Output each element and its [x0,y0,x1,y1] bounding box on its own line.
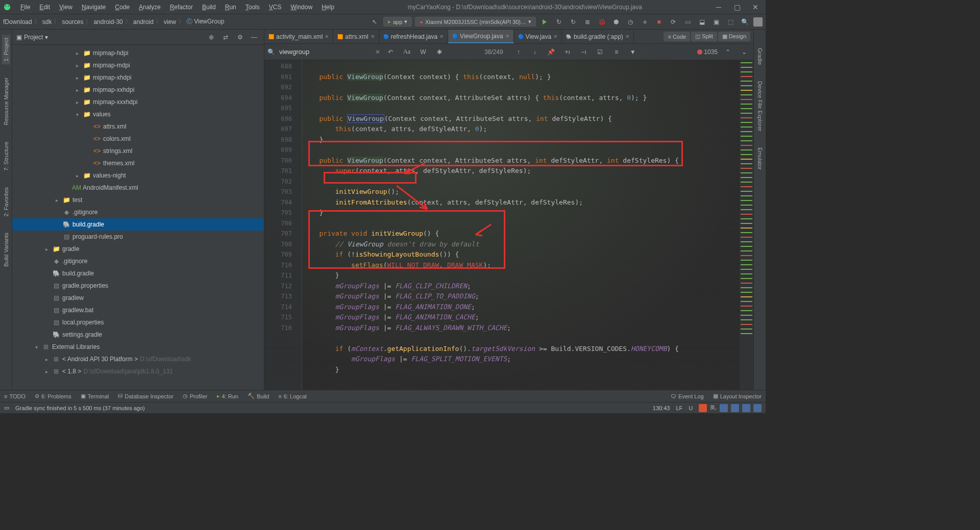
close-tab-icon[interactable]: ✕ [505,33,509,39]
scroll-markers[interactable] [739,60,753,390]
stop-button[interactable]: ■ [653,16,665,28]
problems-tab[interactable]: ⊘ 6: Problems [35,393,71,399]
code-view-button[interactable]: ≡ Code [664,32,690,41]
close-tab-icon[interactable]: ✕ [439,34,444,39]
tree-item[interactable]: 🐘settings.gradle [12,329,264,341]
pin-icon[interactable]: 📌 [545,46,557,58]
right-tab-0[interactable]: Gradle [756,45,764,68]
rerun2-button[interactable]: ↻ [568,16,579,28]
device-dropdown[interactable]: ●Xiaomi M2003J15SC (minSdk(API 30)… ▾ [415,17,536,27]
emulator-button[interactable]: ⬚ [725,16,736,28]
line-gutter[interactable]: 6886916926946956966976986997007017027037… [264,60,295,390]
design-view-button[interactable]: ▦ Design [718,32,750,41]
encoding[interactable]: U [689,405,693,411]
sdk-button[interactable]: ⬓ [696,16,707,28]
rerun-button[interactable]: ↻ [553,16,565,28]
settings-icon[interactable]: ⚙ [234,32,246,43]
remove-selection-icon[interactable]: −ı [578,46,590,58]
editor-tab[interactable]: 🐘build.gradle (:app)✕ [562,30,634,43]
tree-item[interactable]: ▤gradlew.bat [12,304,264,316]
tree-item[interactable]: AMAndroidManifest.xml [12,182,264,194]
run-tab[interactable]: ▸ 4: Run [217,393,238,399]
breadcrumb-item[interactable]: Ⓒ ViewGroup [186,17,224,26]
right-tab-1[interactable]: Device File Explorer [756,78,764,134]
regex-icon[interactable]: ✱ [433,46,446,58]
tree-item[interactable]: ▸📁gradle [12,243,264,255]
tree-item[interactable]: <>attrs.xml [12,120,264,133]
more-icon[interactable]: ≡ [610,46,623,58]
close-tab-icon[interactable]: ✕ [371,34,375,39]
tree-item[interactable]: ▸⊞< Android API 30 Platform > D:\sfDownl… [12,353,264,365]
breadcrumb-item[interactable]: view [164,18,176,26]
add-selection-icon[interactable]: +ı [561,46,574,58]
coverage-button[interactable]: ⬢ [610,16,622,28]
tree-item[interactable]: ▸📁mipmap-xhdpi [12,71,264,84]
tree-item[interactable]: ◆.gitignore [12,206,264,218]
find-up-icon[interactable]: ↑ [512,46,525,58]
tray-ime-icon[interactable] [699,404,707,412]
breadcrumb-item[interactable]: sources [62,18,83,26]
menu-tools[interactable]: Tools [241,2,264,12]
tree-item[interactable]: <>colors.xml [12,133,264,145]
menu-code[interactable]: Code [111,2,134,12]
project-view-selector[interactable]: ▣ Project ▾ [16,34,48,41]
maximize-button[interactable]: ▢ [730,2,744,13]
menu-edit[interactable]: Edit [35,2,54,12]
debug-icon[interactable]: 🐞 [596,16,607,28]
user-icon[interactable] [753,17,763,27]
find-down-icon[interactable]: ↓ [529,46,541,58]
debug-button[interactable]: ≣ [582,16,593,28]
profile-button[interactable]: ◷ [625,16,636,28]
right-tab-2[interactable]: Emulator [756,144,764,173]
status-menu-icon[interactable]: ▭ [4,405,9,411]
tree-item[interactable]: ▾📁values [12,108,264,120]
editor-tab[interactable]: 🟧activity_main.xml✕ [264,30,333,43]
expand-all-icon[interactable]: ⇄ [220,32,231,43]
run-button[interactable] [539,16,550,28]
attach-button[interactable]: ⎆ [639,16,650,28]
left-tab-1[interactable]: Resource Manager [2,74,10,129]
editor-tab[interactable]: 🔵refreshHead.java✕ [379,30,448,43]
tray-icon-4[interactable] [753,404,762,412]
tree-item[interactable]: ▸📁test [12,194,264,206]
tray-icon-1[interactable] [720,404,728,412]
tree-item[interactable]: ▸📁mipmap-xxhdpi [12,84,264,96]
breadcrumb-item[interactable]: fDownload [3,18,32,26]
menu-refactor[interactable]: Refactor [166,2,197,12]
caret-position[interactable]: 130:43 [653,405,670,411]
editor-tab[interactable]: 🔵View.java✕ [514,30,562,43]
editor-tab[interactable]: 🔵ViewGroup.java✕ [448,30,514,43]
collapse-down-icon[interactable]: ⌄ [738,46,750,58]
tree-item[interactable]: ▸📁mipmap-hdpi [12,47,264,59]
tree-item[interactable]: ▤gradle.properties [12,280,264,292]
error-count[interactable]: 1035 [697,48,718,56]
tree-item[interactable]: <>themes.xml [12,157,264,169]
prev-occurrence-icon[interactable]: ↶ [384,46,397,58]
back-button[interactable]: ↖ [369,16,380,28]
clear-search-icon[interactable]: ✕ [375,48,380,56]
left-tab-2[interactable]: 7: Structure [2,139,10,174]
search-everywhere-button[interactable]: 🔍 [739,16,750,28]
tree-item[interactable]: ▸📁mipmap-xxxhdpi [12,96,264,108]
line-separator[interactable]: LF [676,405,682,411]
tree-item[interactable]: ▸⊞< 1.8 > D:\sfDownload\java\jdk1.8.0_13… [12,365,264,377]
filter-icon[interactable]: ▼ [627,46,639,58]
logcat-tab[interactable]: ≡ 6: Logcat [278,393,307,399]
minimize-button[interactable]: ─ [712,2,726,13]
avd-button[interactable]: ▭ [682,16,693,28]
fold-gutter[interactable] [295,60,302,390]
menu-analyze[interactable]: Analyze [135,2,165,12]
run-config-dropdown[interactable]: ▸app ▾ [383,17,412,27]
tree-item[interactable]: 🐘build.gradle [12,218,264,231]
close-tab-icon[interactable]: ✕ [625,34,629,39]
tree-item[interactable]: ▾⊞External Libraries [12,341,264,353]
tree-item[interactable]: ▤proguard-rules.pro [12,231,264,243]
breadcrumb-item[interactable]: sdk [42,18,52,26]
breadcrumb-item[interactable]: android [133,18,154,26]
menu-file[interactable]: File [16,2,34,12]
left-tab-4[interactable]: Build Variants [2,230,10,270]
device-manager-button[interactable]: ▣ [710,16,722,28]
match-case-icon[interactable]: Aa [401,46,413,58]
layout-inspector-tab[interactable]: ▦ Layout Inspector [713,393,762,399]
breadcrumbs[interactable]: fDownload〉sdk〉sources〉android-30〉android… [3,17,224,26]
